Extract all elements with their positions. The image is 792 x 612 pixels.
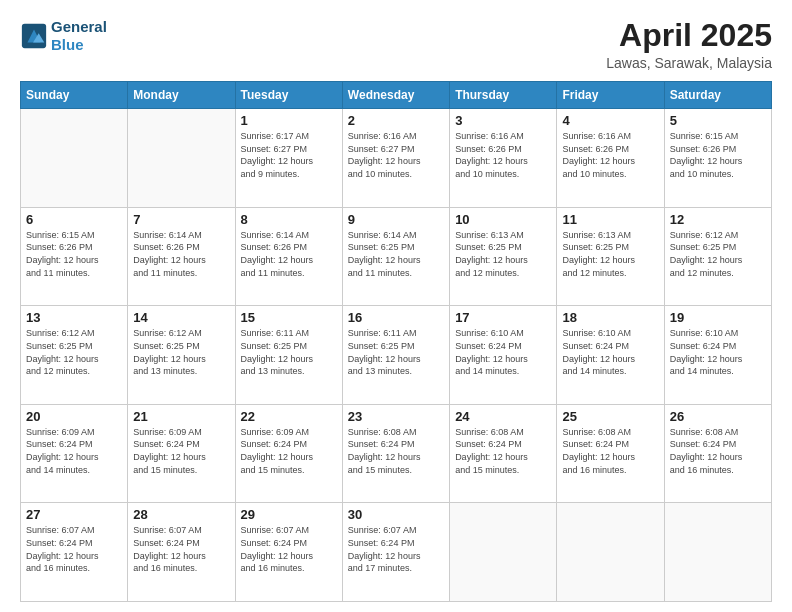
day-number: 23 (348, 409, 444, 424)
table-row: 26Sunrise: 6:08 AMSunset: 6:24 PMDayligh… (664, 404, 771, 503)
table-row: 8Sunrise: 6:14 AMSunset: 6:26 PMDaylight… (235, 207, 342, 306)
day-number: 27 (26, 507, 122, 522)
calendar-table: Sunday Monday Tuesday Wednesday Thursday… (20, 81, 772, 602)
calendar-week-row: 27Sunrise: 6:07 AMSunset: 6:24 PMDayligh… (21, 503, 772, 602)
table-row: 20Sunrise: 6:09 AMSunset: 6:24 PMDayligh… (21, 404, 128, 503)
table-row: 21Sunrise: 6:09 AMSunset: 6:24 PMDayligh… (128, 404, 235, 503)
table-row: 14Sunrise: 6:12 AMSunset: 6:25 PMDayligh… (128, 306, 235, 405)
day-info: Sunrise: 6:07 AMSunset: 6:24 PMDaylight:… (348, 524, 444, 574)
logo-text: General Blue (51, 18, 107, 54)
logo-icon (20, 22, 48, 50)
table-row: 11Sunrise: 6:13 AMSunset: 6:25 PMDayligh… (557, 207, 664, 306)
table-row: 5Sunrise: 6:15 AMSunset: 6:26 PMDaylight… (664, 109, 771, 208)
calendar-week-row: 1Sunrise: 6:17 AMSunset: 6:27 PMDaylight… (21, 109, 772, 208)
day-number: 20 (26, 409, 122, 424)
table-row (557, 503, 664, 602)
day-info: Sunrise: 6:14 AMSunset: 6:25 PMDaylight:… (348, 229, 444, 279)
day-number: 22 (241, 409, 337, 424)
day-info: Sunrise: 6:08 AMSunset: 6:24 PMDaylight:… (670, 426, 766, 476)
day-number: 4 (562, 113, 658, 128)
day-info: Sunrise: 6:09 AMSunset: 6:24 PMDaylight:… (241, 426, 337, 476)
col-thursday: Thursday (450, 82, 557, 109)
day-number: 12 (670, 212, 766, 227)
day-info: Sunrise: 6:13 AMSunset: 6:25 PMDaylight:… (455, 229, 551, 279)
day-number: 7 (133, 212, 229, 227)
table-row: 17Sunrise: 6:10 AMSunset: 6:24 PMDayligh… (450, 306, 557, 405)
day-number: 24 (455, 409, 551, 424)
logo: General Blue (20, 18, 107, 54)
day-info: Sunrise: 6:10 AMSunset: 6:24 PMDaylight:… (670, 327, 766, 377)
day-number: 26 (670, 409, 766, 424)
day-number: 18 (562, 310, 658, 325)
table-row: 24Sunrise: 6:08 AMSunset: 6:24 PMDayligh… (450, 404, 557, 503)
day-number: 9 (348, 212, 444, 227)
day-info: Sunrise: 6:08 AMSunset: 6:24 PMDaylight:… (562, 426, 658, 476)
day-info: Sunrise: 6:10 AMSunset: 6:24 PMDaylight:… (455, 327, 551, 377)
col-sunday: Sunday (21, 82, 128, 109)
day-number: 19 (670, 310, 766, 325)
calendar-week-row: 20Sunrise: 6:09 AMSunset: 6:24 PMDayligh… (21, 404, 772, 503)
col-monday: Monday (128, 82, 235, 109)
day-info: Sunrise: 6:12 AMSunset: 6:25 PMDaylight:… (133, 327, 229, 377)
col-wednesday: Wednesday (342, 82, 449, 109)
day-number: 21 (133, 409, 229, 424)
day-info: Sunrise: 6:16 AMSunset: 6:27 PMDaylight:… (348, 130, 444, 180)
table-row (664, 503, 771, 602)
day-info: Sunrise: 6:08 AMSunset: 6:24 PMDaylight:… (455, 426, 551, 476)
table-row: 1Sunrise: 6:17 AMSunset: 6:27 PMDaylight… (235, 109, 342, 208)
table-row: 16Sunrise: 6:11 AMSunset: 6:25 PMDayligh… (342, 306, 449, 405)
day-info: Sunrise: 6:16 AMSunset: 6:26 PMDaylight:… (562, 130, 658, 180)
calendar-week-row: 13Sunrise: 6:12 AMSunset: 6:25 PMDayligh… (21, 306, 772, 405)
day-info: Sunrise: 6:09 AMSunset: 6:24 PMDaylight:… (133, 426, 229, 476)
table-row (21, 109, 128, 208)
day-info: Sunrise: 6:09 AMSunset: 6:24 PMDaylight:… (26, 426, 122, 476)
table-row: 10Sunrise: 6:13 AMSunset: 6:25 PMDayligh… (450, 207, 557, 306)
day-info: Sunrise: 6:11 AMSunset: 6:25 PMDaylight:… (241, 327, 337, 377)
calendar-header-row: Sunday Monday Tuesday Wednesday Thursday… (21, 82, 772, 109)
day-info: Sunrise: 6:16 AMSunset: 6:26 PMDaylight:… (455, 130, 551, 180)
table-row: 30Sunrise: 6:07 AMSunset: 6:24 PMDayligh… (342, 503, 449, 602)
day-info: Sunrise: 6:11 AMSunset: 6:25 PMDaylight:… (348, 327, 444, 377)
day-info: Sunrise: 6:07 AMSunset: 6:24 PMDaylight:… (133, 524, 229, 574)
day-info: Sunrise: 6:15 AMSunset: 6:26 PMDaylight:… (670, 130, 766, 180)
calendar-week-row: 6Sunrise: 6:15 AMSunset: 6:26 PMDaylight… (21, 207, 772, 306)
day-number: 11 (562, 212, 658, 227)
day-number: 25 (562, 409, 658, 424)
table-row: 18Sunrise: 6:10 AMSunset: 6:24 PMDayligh… (557, 306, 664, 405)
day-number: 13 (26, 310, 122, 325)
table-row: 23Sunrise: 6:08 AMSunset: 6:24 PMDayligh… (342, 404, 449, 503)
day-number: 14 (133, 310, 229, 325)
location: Lawas, Sarawak, Malaysia (606, 55, 772, 71)
day-number: 10 (455, 212, 551, 227)
table-row: 19Sunrise: 6:10 AMSunset: 6:24 PMDayligh… (664, 306, 771, 405)
day-number: 5 (670, 113, 766, 128)
table-row: 4Sunrise: 6:16 AMSunset: 6:26 PMDaylight… (557, 109, 664, 208)
day-number: 3 (455, 113, 551, 128)
day-info: Sunrise: 6:15 AMSunset: 6:26 PMDaylight:… (26, 229, 122, 279)
table-row (128, 109, 235, 208)
table-row: 3Sunrise: 6:16 AMSunset: 6:26 PMDaylight… (450, 109, 557, 208)
table-row (450, 503, 557, 602)
table-row: 27Sunrise: 6:07 AMSunset: 6:24 PMDayligh… (21, 503, 128, 602)
day-info: Sunrise: 6:13 AMSunset: 6:25 PMDaylight:… (562, 229, 658, 279)
header: General Blue April 2025 Lawas, Sarawak, … (20, 18, 772, 71)
day-info: Sunrise: 6:12 AMSunset: 6:25 PMDaylight:… (26, 327, 122, 377)
table-row: 7Sunrise: 6:14 AMSunset: 6:26 PMDaylight… (128, 207, 235, 306)
day-number: 30 (348, 507, 444, 522)
day-info: Sunrise: 6:10 AMSunset: 6:24 PMDaylight:… (562, 327, 658, 377)
page: General Blue April 2025 Lawas, Sarawak, … (0, 0, 792, 612)
day-info: Sunrise: 6:07 AMSunset: 6:24 PMDaylight:… (26, 524, 122, 574)
title-area: April 2025 Lawas, Sarawak, Malaysia (606, 18, 772, 71)
day-info: Sunrise: 6:07 AMSunset: 6:24 PMDaylight:… (241, 524, 337, 574)
day-number: 8 (241, 212, 337, 227)
day-info: Sunrise: 6:14 AMSunset: 6:26 PMDaylight:… (133, 229, 229, 279)
day-number: 6 (26, 212, 122, 227)
col-saturday: Saturday (664, 82, 771, 109)
month-title: April 2025 (606, 18, 772, 53)
table-row: 22Sunrise: 6:09 AMSunset: 6:24 PMDayligh… (235, 404, 342, 503)
day-number: 1 (241, 113, 337, 128)
table-row: 15Sunrise: 6:11 AMSunset: 6:25 PMDayligh… (235, 306, 342, 405)
table-row: 12Sunrise: 6:12 AMSunset: 6:25 PMDayligh… (664, 207, 771, 306)
table-row: 2Sunrise: 6:16 AMSunset: 6:27 PMDaylight… (342, 109, 449, 208)
table-row: 29Sunrise: 6:07 AMSunset: 6:24 PMDayligh… (235, 503, 342, 602)
